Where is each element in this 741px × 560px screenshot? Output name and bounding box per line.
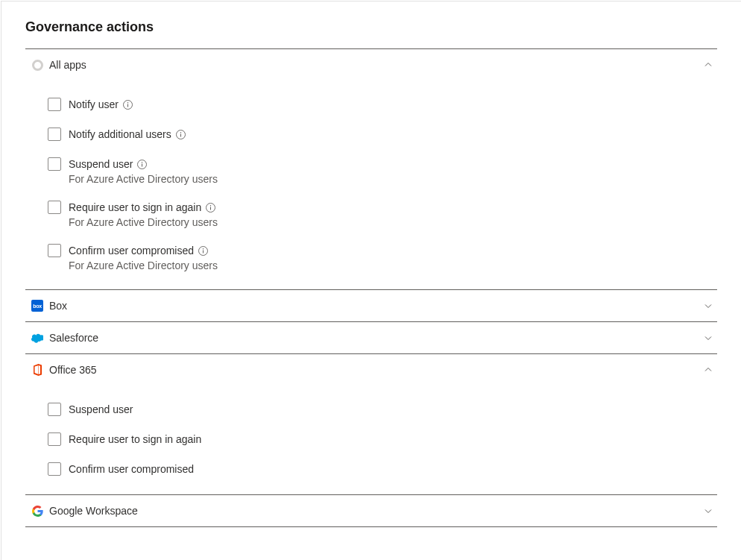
svg-rect-5 bbox=[180, 133, 181, 136]
checkbox-require-signin-o365[interactable] bbox=[48, 432, 61, 446]
section-label: All apps bbox=[49, 59, 704, 71]
checkbox-row-confirm-compromised-o365: Confirm user compromised bbox=[48, 454, 717, 476]
office365-icon bbox=[31, 364, 43, 376]
section-label: Salesforce bbox=[49, 332, 704, 344]
checkbox-require-signin[interactable] bbox=[48, 201, 61, 214]
section-label: Box bbox=[49, 300, 704, 312]
checkbox-subtext: For Azure Active Directory users bbox=[69, 216, 218, 228]
box-icon: box bbox=[31, 300, 43, 312]
section-office365: Office 365 Suspend user Require user to … bbox=[25, 354, 717, 495]
checkbox-row-suspend-user: Suspend user For Azure Active Directory … bbox=[48, 149, 717, 185]
checkbox-confirm-compromised-o365[interactable] bbox=[48, 462, 61, 476]
checkbox-subtext: For Azure Active Directory users bbox=[69, 173, 218, 185]
info-icon[interactable] bbox=[123, 100, 133, 110]
checkbox-subtext: For Azure Active Directory users bbox=[69, 259, 218, 271]
chevron-up-icon bbox=[704, 60, 713, 69]
google-workspace-icon bbox=[31, 505, 43, 517]
chevron-down-icon bbox=[704, 333, 713, 342]
checkbox-row-suspend-user-o365: Suspend user bbox=[48, 386, 717, 417]
section-header-google-workspace[interactable]: Google Workspace bbox=[25, 495, 717, 526]
svg-rect-14 bbox=[203, 250, 204, 253]
info-icon[interactable] bbox=[198, 246, 208, 256]
section-header-box[interactable]: box Box bbox=[25, 290, 717, 321]
section-body-all-apps: Notify user Notify additional users bbox=[25, 81, 717, 289]
svg-point-1 bbox=[127, 102, 128, 103]
checkbox-label: Suspend user bbox=[69, 157, 133, 172]
checkbox-confirm-compromised[interactable] bbox=[48, 244, 61, 257]
info-icon[interactable] bbox=[176, 130, 186, 139]
checkbox-row-require-signin-o365: Require user to sign in again bbox=[48, 424, 717, 447]
svg-point-4 bbox=[180, 132, 181, 133]
checkbox-row-require-signin: Require user to sign in again For Azure … bbox=[48, 192, 717, 228]
checkbox-notify-user[interactable] bbox=[48, 98, 61, 111]
section-all-apps: All apps Notify user bbox=[25, 49, 717, 290]
svg-rect-11 bbox=[210, 207, 211, 210]
checkbox-suspend-user[interactable] bbox=[48, 157, 61, 171]
governance-actions-panel: Governance actions All apps Notify user bbox=[1, 1, 741, 560]
info-icon[interactable] bbox=[137, 160, 147, 169]
svg-rect-2 bbox=[127, 104, 128, 107]
checkbox-row-notify-additional: Notify additional users bbox=[48, 119, 717, 142]
page-title: Governance actions bbox=[25, 19, 717, 35]
checkbox-label: Confirm user compromised bbox=[69, 462, 194, 476]
svg-point-13 bbox=[203, 248, 204, 249]
section-body-office365: Suspend user Require user to sign in aga… bbox=[25, 386, 717, 494]
all-apps-icon bbox=[31, 59, 43, 71]
chevron-up-icon bbox=[704, 365, 713, 374]
info-icon[interactable] bbox=[206, 203, 215, 213]
section-box: box Box bbox=[25, 290, 717, 322]
svg-point-10 bbox=[210, 205, 211, 206]
section-header-salesforce[interactable]: Salesforce bbox=[25, 322, 717, 353]
chevron-down-icon bbox=[704, 301, 713, 310]
checkbox-row-confirm-compromised: Confirm user compromised For Azure Activ… bbox=[48, 236, 717, 271]
section-google-workspace: Google Workspace bbox=[25, 495, 717, 527]
section-header-office365[interactable]: Office 365 bbox=[25, 354, 717, 386]
section-header-all-apps[interactable]: All apps bbox=[25, 49, 717, 81]
svg-point-7 bbox=[142, 162, 142, 163]
checkbox-suspend-user-o365[interactable] bbox=[48, 403, 61, 416]
section-salesforce: Salesforce bbox=[25, 322, 717, 354]
chevron-down-icon bbox=[704, 506, 713, 515]
checkbox-label: Notify user bbox=[69, 97, 119, 112]
checkbox-row-notify-user: Notify user bbox=[48, 81, 717, 112]
checkbox-notify-additional[interactable] bbox=[48, 128, 61, 141]
section-label: Office 365 bbox=[49, 364, 704, 376]
salesforce-icon bbox=[31, 332, 43, 344]
checkbox-label: Notify additional users bbox=[69, 127, 171, 142]
checkbox-label: Require user to sign in again bbox=[69, 432, 201, 447]
svg-rect-8 bbox=[142, 163, 142, 166]
checkbox-label: Require user to sign in again bbox=[69, 200, 201, 215]
checkbox-label: Confirm user compromised bbox=[69, 243, 194, 258]
section-label: Google Workspace bbox=[49, 505, 704, 517]
checkbox-label: Suspend user bbox=[69, 402, 133, 417]
